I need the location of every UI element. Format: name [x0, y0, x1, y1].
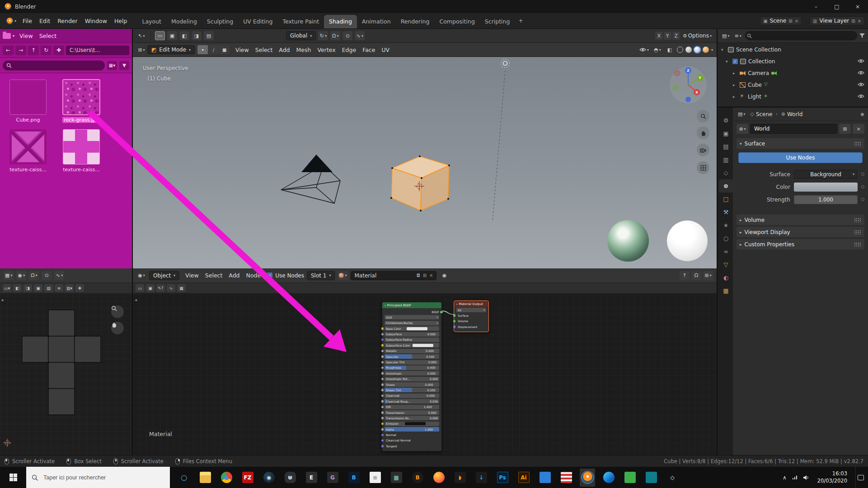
- constraints[interactable]: ∞: [719, 245, 733, 258]
- camera-object[interactable]: [281, 155, 340, 203]
- path-field[interactable]: C:\Users\t...: [66, 46, 129, 55]
- world[interactable]: ⊕: [719, 179, 733, 192]
- scene[interactable]: ◇: [719, 166, 733, 179]
- up-button[interactable]: ↑: [28, 46, 39, 55]
- file-browser-menu[interactable]: Select: [36, 31, 60, 41]
- workspace-tab[interactable]: Scripting: [480, 15, 515, 28]
- uv-sticky-select-icon[interactable]: ≡: [55, 284, 63, 292]
- world-browse-icon[interactable]: ⊕▾: [737, 124, 748, 134]
- node-canvas[interactable]: ▾Principled BSDF BSDF: [133, 294, 717, 455]
- taskbar-icon-steam[interactable]: ◉: [261, 469, 277, 487]
- taskbar-icon-blender[interactable]: [580, 469, 595, 487]
- view-layer[interactable]: ▥: [719, 153, 733, 166]
- overlay-dropdown-icon[interactable]: ⊞▾: [703, 271, 713, 280]
- unlink-world-icon[interactable]: ×: [853, 124, 864, 134]
- taskbar-icon-red-pattern-app[interactable]: [558, 469, 574, 487]
- outliner-item-row[interactable]: ▸ Light: [718, 91, 868, 103]
- action-center-icon[interactable]: [855, 467, 865, 488]
- breadcrumb-world[interactable]: ⊕World: [781, 111, 803, 117]
- taskbar-clock[interactable]: 16:03 20/03/2020: [815, 470, 850, 484]
- editor-type-icon[interactable]: ⊞▾: [136, 45, 146, 54]
- menu-item[interactable]: Edit: [36, 16, 54, 26]
- workspace-tab[interactable]: Animation: [357, 15, 396, 28]
- vertex-select-mode-button[interactable]: •: [197, 45, 208, 54]
- uv-proportional-icon[interactable]: ⊙: [42, 271, 52, 280]
- light-object[interactable]: [493, 59, 510, 222]
- drag-grip-icon[interactable]: [854, 230, 861, 235]
- viewport-camera-view-button[interactable]: [697, 144, 709, 156]
- node-input-row[interactable]: Subsurface Color: [385, 343, 439, 347]
- face-select-mode-button[interactable]: ■: [219, 45, 230, 54]
- principled-bsdf-node[interactable]: ▾Principled BSDF BSDF: [382, 302, 442, 451]
- node-input-row[interactable]: Specular Tint 0.000: [385, 360, 439, 365]
- taskbar-icon-calculator[interactable]: ▦: [389, 469, 404, 487]
- workspace-tab[interactable]: Rendering: [396, 15, 435, 28]
- taskbar-icon-notepad[interactable]: ≡: [367, 469, 383, 487]
- texture[interactable]: ▦: [719, 284, 733, 297]
- surface-section-header[interactable]: ▾ Surface: [737, 138, 864, 149]
- file-item[interactable]: rock-grass.jpg: [59, 80, 104, 123]
- property-field[interactable]: Background ▾: [794, 170, 858, 179]
- taskbar-icon-photoshop[interactable]: Ps: [495, 469, 510, 487]
- node-input-row[interactable]: Anisotropic 0.000: [385, 371, 439, 375]
- edge-select-mode-button[interactable]: ∕: [208, 45, 219, 54]
- hide-eye-icon[interactable]: [858, 82, 864, 88]
- node-input-row[interactable]: Tangent: [385, 444, 439, 448]
- taskbar-icon-orange-app[interactable]: ◗: [452, 469, 468, 487]
- uv-select-island-icon[interactable]: ▤: [44, 284, 53, 292]
- select-mode-new-icon[interactable]: ▣: [167, 31, 177, 40]
- node-grid-icon[interactable]: ▦: [177, 284, 186, 292]
- add-workspace-button[interactable]: +: [515, 15, 526, 27]
- node-input-row[interactable]: Christensen-Burley ▾: [385, 321, 439, 325]
- outliner-root-row[interactable]: ▾ Scene Collection: [718, 44, 868, 56]
- outliner-search-input[interactable]: [745, 31, 857, 40]
- workspace-tab[interactable]: Layout: [137, 15, 166, 28]
- mirror-axis-button[interactable]: Z: [672, 32, 680, 40]
- options-dropdown[interactable]: ⚙ Options▾: [681, 31, 713, 40]
- node-input-row[interactable]: Clearcoat Normal: [385, 438, 439, 443]
- network-icon[interactable]: [792, 475, 798, 480]
- breadcrumb-scene[interactable]: ◇Scene: [750, 111, 772, 117]
- node-input-row[interactable]: IOR 1.450: [385, 405, 439, 409]
- node-input-row[interactable]: Metallic 0.000: [385, 349, 439, 353]
- uv-select-edge-icon[interactable]: ◨: [23, 284, 32, 292]
- menu-item[interactable]: Window: [81, 16, 111, 26]
- viewport-menu[interactable]: Face: [359, 45, 378, 55]
- active-tool-icon[interactable]: ↖▾: [136, 31, 146, 40]
- animate-decorator-icon[interactable]: [861, 185, 864, 188]
- proportional-editing-icon[interactable]: ⊙: [343, 31, 352, 40]
- uv-edit-mode-icon[interactable]: ▭▾: [3, 284, 11, 292]
- outliner-item-row[interactable]: ▸ Camera: [718, 67, 868, 79]
- node-input-row[interactable]: Emission: [385, 422, 439, 426]
- viewport-menu[interactable]: Select: [252, 45, 276, 55]
- material-output-node[interactable]: ▾Material Output All ▾: [454, 300, 489, 332]
- hide-eye-icon[interactable]: [858, 94, 864, 100]
- property-field[interactable]: 1.000: [794, 195, 858, 204]
- tool[interactable]: ⚙: [719, 114, 733, 127]
- display-mode-icon[interactable]: ≡▾: [733, 31, 743, 40]
- region-collapse-icon[interactable]: ❮: [711, 72, 715, 77]
- forward-button[interactable]: →: [15, 46, 26, 55]
- unlink-scene-icon[interactable]: ×: [795, 19, 798, 23]
- volume-icon[interactable]: [803, 475, 809, 480]
- collapsed-section-header[interactable]: ▸ Volume: [737, 215, 864, 225]
- viewport-pan-hand-button[interactable]: [697, 127, 709, 139]
- taskbar-icon-unity[interactable]: ◇: [665, 469, 680, 487]
- taskbar-icon-cortana[interactable]: ◯: [176, 469, 192, 487]
- editor-type-icon[interactable]: ▤▾: [721, 31, 731, 40]
- workspace-tab[interactable]: Sculpting: [202, 15, 238, 28]
- node-input-row[interactable]: Clearcoat 0.000: [385, 394, 439, 398]
- uv-pivot-icon[interactable]: ◉▾: [16, 271, 26, 280]
- file-search-input[interactable]: [3, 61, 105, 70]
- box-select-tool-button[interactable]: ▭: [155, 31, 165, 40]
- node-input-row[interactable]: Surface: [456, 313, 486, 318]
- node-input-row[interactable]: Sheen 0.000: [385, 382, 439, 387]
- node-input-row[interactable]: Subsurface Radius: [385, 338, 439, 342]
- node-input-row[interactable]: All ▾: [456, 308, 486, 312]
- taskbar-icon-file-explorer[interactable]: [197, 469, 213, 487]
- select-mode-intersect-icon[interactable]: ▤: [204, 31, 214, 40]
- viewport-zoom-button[interactable]: [697, 110, 709, 122]
- taskbar-icon-discord[interactable]: ⋓: [282, 469, 298, 487]
- select-mode-subtract-icon[interactable]: ◨: [192, 31, 202, 40]
- new-image-icon[interactable]: ✚: [75, 284, 84, 292]
